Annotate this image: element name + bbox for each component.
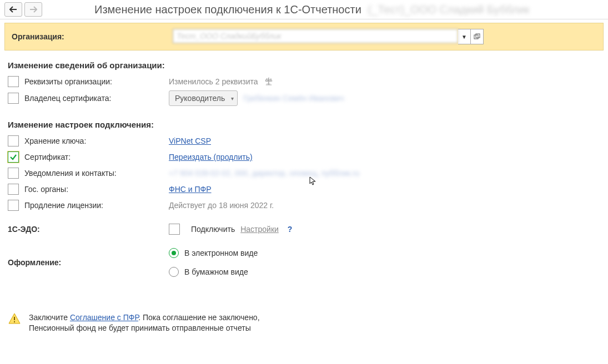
organization-input[interactable]: Тест_ООО СладкийБубблик bbox=[173, 29, 458, 43]
label-design: Оформление: bbox=[8, 258, 169, 267]
row-certificate: Сертификат: Переиздать (продлить) bbox=[8, 150, 600, 164]
label-edo-connect: Подключить bbox=[191, 225, 235, 234]
scales-icon bbox=[264, 77, 274, 87]
row-edo: 1С-ЭДО: Подключить Настройки ? bbox=[8, 222, 600, 236]
page-title: Изменение настроек подключения к 1С-Отче… bbox=[94, 3, 530, 16]
link-pfr-agreement[interactable]: Соглашение с ПФР bbox=[70, 313, 138, 322]
row-gov: Гос. органы: ФНС и ПФР bbox=[8, 182, 600, 196]
warning-box: Заключите Соглашение с ПФР. Пока соглаше… bbox=[8, 312, 600, 333]
warning-icon bbox=[8, 312, 21, 326]
radio-paper[interactable] bbox=[169, 267, 179, 277]
row-notifications: Уведомления и контакты: +7 904 028-02-02… bbox=[8, 166, 600, 180]
section-title-org-info: Изменение сведений об организации: bbox=[8, 60, 600, 70]
warning-suffix1: . Пока соглашение не заключено, bbox=[138, 313, 259, 322]
label-gov: Гос. органы: bbox=[24, 185, 68, 194]
label-edo: 1С-ЭДО: bbox=[8, 225, 169, 234]
open-external-icon bbox=[474, 33, 480, 40]
arrow-right-icon bbox=[29, 6, 37, 13]
organization-open-button[interactable] bbox=[471, 29, 484, 44]
row-requisites: Реквизиты организации: Изменилось 2 рекв… bbox=[8, 74, 600, 89]
organization-input-group: Тест_ООО СладкийБубблик ▼ bbox=[173, 29, 484, 44]
label-key-storage: Хранение ключа: bbox=[24, 136, 86, 145]
checkbox-gov[interactable] bbox=[8, 184, 19, 195]
label-license: Продление лицензии: bbox=[24, 201, 103, 210]
svg-rect-2 bbox=[14, 317, 15, 320]
label-requisites: Реквизиты организации: bbox=[24, 77, 112, 86]
organization-dropdown-button[interactable]: ▼ bbox=[458, 29, 471, 44]
checkbox-edo-connect[interactable] bbox=[169, 224, 180, 235]
row-license: Продление лицензии: Действует до 18 июня… bbox=[8, 198, 600, 213]
label-electronic: В электронном виде bbox=[184, 249, 258, 257]
organization-label: Организация: bbox=[12, 32, 173, 41]
checkbox-key-storage[interactable] bbox=[8, 135, 19, 146]
warning-text: Заключите Соглашение с ПФР. Пока соглаше… bbox=[29, 312, 260, 333]
cert-owner-value: Руководитель bbox=[175, 94, 225, 103]
organization-bar: Организация: Тест_ООО СладкийБубблик ▼ bbox=[4, 23, 604, 50]
checkbox-requisites[interactable] bbox=[8, 76, 19, 87]
license-value: Действует до 18 июня 2022 г. bbox=[169, 201, 274, 210]
page-title-org-blur: (_Тест)_ООО Сладкий Бубблик bbox=[368, 3, 529, 16]
label-notifications: Уведомления и контакты: bbox=[24, 169, 117, 178]
row-key-storage: Хранение ключа: ViPNet CSP bbox=[8, 134, 600, 148]
warning-prefix: Заключите bbox=[29, 313, 70, 322]
checkbox-notifications[interactable] bbox=[8, 168, 19, 179]
warning-line2: Пенсионный фонд не будет принимать отпра… bbox=[29, 323, 251, 332]
svg-rect-3 bbox=[14, 321, 15, 322]
notifications-value-blur: +7 904 028-02-02, 000, директор, оповещ,… bbox=[169, 169, 359, 178]
link-certificate[interactable]: Переиздать (продлить) bbox=[169, 153, 253, 161]
checkbox-license[interactable] bbox=[8, 200, 19, 211]
row-cert-owner: Владелец сертификата: Руководитель Гребе… bbox=[8, 90, 600, 106]
radio-electronic[interactable] bbox=[169, 248, 179, 258]
cert-owner-name-blur: Гребенкин Семён Иванович bbox=[243, 94, 344, 103]
label-paper: В бумажном виде bbox=[184, 267, 248, 276]
checkbox-cert-owner[interactable] bbox=[8, 93, 19, 104]
link-gov[interactable]: ФНС и ПФР bbox=[169, 185, 212, 194]
link-edo-settings[interactable]: Настройки bbox=[240, 225, 279, 234]
requisites-status: Изменилось 2 реквизита bbox=[169, 77, 258, 86]
arrow-left-icon bbox=[9, 6, 17, 13]
cert-owner-dropdown[interactable]: Руководитель bbox=[169, 90, 238, 106]
section-title-connection: Изменение настроек подключения: bbox=[8, 120, 600, 129]
checkbox-certificate[interactable] bbox=[8, 151, 19, 163]
help-icon[interactable]: ? bbox=[288, 225, 293, 234]
link-key-storage[interactable]: ViPNet CSP bbox=[169, 136, 211, 145]
row-design: Оформление: В электронном виде В бумажно… bbox=[8, 246, 600, 279]
nav-forward-button[interactable] bbox=[24, 2, 42, 17]
label-certificate: Сертификат: bbox=[24, 153, 71, 161]
label-cert-owner: Владелец сертификата: bbox=[24, 94, 111, 103]
page-title-text: Изменение настроек подключения к 1С-Отче… bbox=[94, 3, 361, 16]
nav-back-button[interactable] bbox=[4, 2, 22, 17]
toolbar: Изменение настроек подключения к 1С-Отче… bbox=[0, 0, 608, 19]
